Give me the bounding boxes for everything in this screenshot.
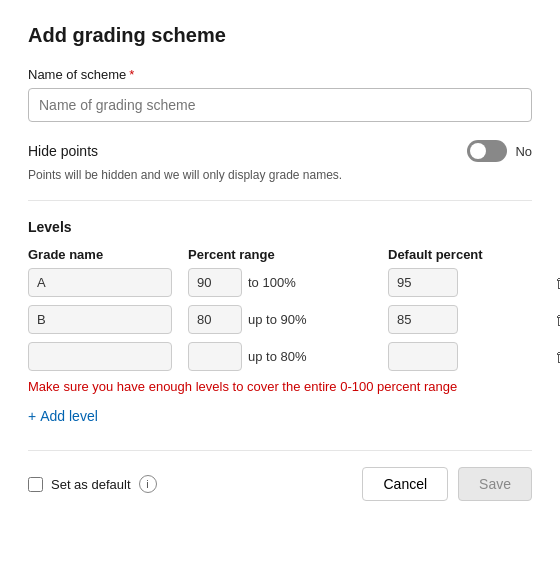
percent-cell-1: to 100% xyxy=(188,268,388,297)
col-header-percent: Percent range xyxy=(188,247,388,262)
name-field-label: Name of scheme* xyxy=(28,67,532,82)
default-input-3[interactable] xyxy=(388,342,458,371)
scheme-name-input[interactable] xyxy=(28,88,532,122)
percent-cell-3: up to 80% xyxy=(188,342,388,371)
levels-heading: Levels xyxy=(28,219,532,235)
action-buttons: Cancel Save xyxy=(362,467,532,501)
set-default-label: Set as default xyxy=(51,477,131,492)
table-row: to 100% 🗑 xyxy=(28,268,532,297)
hide-points-row: Hide points No xyxy=(28,140,532,162)
toggle-thumb xyxy=(470,143,486,159)
default-input-1[interactable] xyxy=(388,268,458,297)
toggle-track[interactable] xyxy=(467,140,507,162)
footer: Set as default i Cancel Save xyxy=(28,450,532,501)
toggle-no-label: No xyxy=(515,144,532,159)
set-default-checkbox[interactable] xyxy=(28,477,43,492)
hide-points-label: Hide points xyxy=(28,143,98,159)
set-default-row: Set as default i xyxy=(28,475,157,493)
hide-points-toggle[interactable] xyxy=(467,140,507,162)
percent-cell-2: up to 90% xyxy=(188,305,388,334)
default-cell-1 xyxy=(388,268,548,297)
to-text-2: up to 90% xyxy=(248,312,307,327)
delete-row-3[interactable]: 🗑 xyxy=(548,344,560,370)
grade-input-2[interactable] xyxy=(28,305,172,334)
page-title: Add grading scheme xyxy=(28,24,532,47)
grade-cell-2 xyxy=(28,305,188,334)
save-button[interactable]: Save xyxy=(458,467,532,501)
levels-column-headers: Grade name Percent range Default percent xyxy=(28,243,532,268)
info-icon[interactable]: i xyxy=(139,475,157,493)
col-header-grade: Grade name xyxy=(28,247,188,262)
default-input-2[interactable] xyxy=(388,305,458,334)
delete-row-2[interactable]: 🗑 xyxy=(548,307,560,333)
table-row: up to 90% 🗑 xyxy=(28,305,532,334)
to-text-1: to 100% xyxy=(248,275,296,290)
name-field-section: Name of scheme* xyxy=(28,67,532,122)
grade-input-1[interactable] xyxy=(28,268,172,297)
plus-icon: + xyxy=(28,408,36,424)
default-cell-2 xyxy=(388,305,548,334)
to-text-3: up to 80% xyxy=(248,349,307,364)
cancel-button[interactable]: Cancel xyxy=(362,467,448,501)
grade-input-3[interactable] xyxy=(28,342,172,371)
delete-row-1[interactable]: 🗑 xyxy=(548,270,560,296)
percent-from-3[interactable] xyxy=(188,342,242,371)
col-header-actions xyxy=(548,247,560,262)
error-message: Make sure you have enough levels to cove… xyxy=(28,379,532,394)
divider-1 xyxy=(28,200,532,201)
add-level-label: Add level xyxy=(40,408,98,424)
percent-from-2[interactable] xyxy=(188,305,242,334)
hide-points-hint: Points will be hidden and we will only d… xyxy=(28,168,532,182)
percent-from-1[interactable] xyxy=(188,268,242,297)
grade-cell-1 xyxy=(28,268,188,297)
col-header-default: Default percent xyxy=(388,247,548,262)
table-row: up to 80% 🗑 xyxy=(28,342,532,371)
grade-cell-3 xyxy=(28,342,188,371)
toggle-right: No xyxy=(467,140,532,162)
add-level-button[interactable]: + Add level xyxy=(28,404,98,428)
default-cell-3 xyxy=(388,342,548,371)
required-marker: * xyxy=(129,67,134,82)
